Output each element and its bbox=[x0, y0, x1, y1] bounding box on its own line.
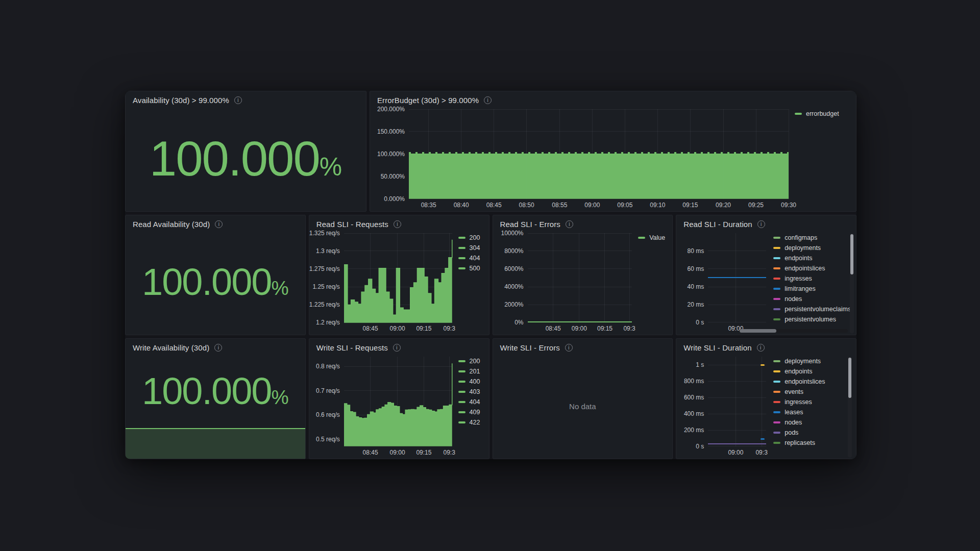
panel-read-errors: Read SLI - Errors 10000%8000%6000%4000%2… bbox=[493, 215, 673, 336]
legend-item[interactable]: 404 bbox=[458, 255, 482, 262]
write-duration-chart: 1 s800 ms600 ms400 ms200 ms0 s 09:0009:3… bbox=[676, 354, 856, 459]
legend-scrollbar-horizontal[interactable] bbox=[740, 329, 848, 333]
scrollbar-thumb[interactable] bbox=[848, 358, 851, 398]
panel-availability: Availability (30d) > 99.000% 100.000% bbox=[125, 91, 366, 212]
legend-item[interactable]: 200 bbox=[458, 358, 482, 365]
legend-item[interactable]: endpointslices bbox=[773, 265, 851, 272]
legend-item[interactable]: endpoints bbox=[773, 255, 851, 262]
legend-item[interactable]: Value bbox=[638, 234, 665, 241]
legend-item[interactable]: nodes bbox=[773, 419, 849, 426]
legend-item[interactable]: replicasets bbox=[773, 439, 849, 446]
x-tick-label: 08:45 bbox=[486, 202, 502, 209]
legend-item[interactable]: leases bbox=[773, 409, 849, 416]
scrollbar-thumb[interactable] bbox=[850, 234, 853, 274]
legend-item[interactable]: 304 bbox=[458, 244, 482, 252]
y-axis: 10000%8000%6000%4000%2000%0% bbox=[498, 233, 528, 333]
x-axis: 08:4509:0009:1509:3 bbox=[344, 446, 452, 457]
panel-title[interactable]: Write SLI - Duration bbox=[683, 343, 751, 352]
legend-item[interactable]: 403 bbox=[458, 388, 482, 395]
legend-item[interactable]: 500 bbox=[458, 265, 482, 272]
legend-item[interactable]: nodes bbox=[773, 295, 851, 303]
panel-title[interactable]: Write SLI - Errors bbox=[500, 343, 560, 352]
panel-title[interactable]: Read SLI - Duration bbox=[683, 220, 752, 229]
panel-header: Read SLI - Requests bbox=[309, 215, 489, 230]
y-axis: 200.000%150.000%100.000%50.000%0.000% bbox=[375, 109, 409, 209]
y-tick-label: 8000% bbox=[504, 247, 523, 255]
info-icon[interactable] bbox=[215, 220, 223, 228]
info-icon[interactable] bbox=[565, 344, 573, 352]
x-tick-label: 08:45 bbox=[546, 325, 561, 332]
legend-item[interactable]: endpointslices bbox=[773, 378, 849, 385]
info-icon[interactable] bbox=[566, 220, 573, 228]
legend-item[interactable]: configmaps bbox=[773, 234, 851, 241]
series-flat-line bbox=[708, 443, 766, 444]
x-tick-label: 09:00 bbox=[728, 449, 743, 456]
panel-title[interactable]: Write Availability (30d) bbox=[133, 343, 209, 352]
legend-scrollbar-vertical[interactable] bbox=[850, 233, 854, 334]
legend-item[interactable]: 400 bbox=[458, 378, 482, 385]
plot-area[interactable] bbox=[344, 357, 452, 446]
legend-marker bbox=[458, 421, 465, 423]
plot-area[interactable] bbox=[708, 357, 766, 446]
info-icon[interactable] bbox=[234, 96, 242, 104]
legend-item[interactable]: ingresses bbox=[773, 275, 851, 282]
legend-item[interactable]: deployments bbox=[773, 244, 851, 252]
legend-label: replicasets bbox=[785, 439, 815, 446]
legend-item[interactable]: errorbudget bbox=[795, 110, 849, 117]
legend-label: 422 bbox=[470, 419, 480, 426]
x-tick-label: 09:00 bbox=[390, 325, 405, 332]
legend-item[interactable]: pods bbox=[773, 429, 849, 436]
plot-area[interactable] bbox=[528, 233, 632, 323]
info-icon[interactable] bbox=[484, 96, 492, 104]
legend-item[interactable]: 422 bbox=[458, 419, 482, 426]
x-tick-label: 09:15 bbox=[682, 202, 698, 209]
panel-body: 0.8 req/s0.7 req/s0.6 req/s0.5 req/s 08:… bbox=[309, 354, 489, 459]
legend-item[interactable]: ingresses bbox=[773, 398, 849, 406]
legend-label: deployments bbox=[785, 244, 821, 252]
legend-item[interactable]: persistentvolumes bbox=[773, 316, 851, 323]
panel-title[interactable]: Read SLI - Errors bbox=[500, 220, 560, 229]
legend-marker bbox=[773, 370, 780, 372]
panel-header: Availability (30d) > 99.000% bbox=[126, 91, 366, 106]
plot-area[interactable] bbox=[344, 233, 452, 323]
legend-item[interactable]: deployments bbox=[773, 358, 849, 365]
series-flat-line bbox=[708, 277, 766, 278]
panel-title[interactable]: Write SLI - Requests bbox=[316, 343, 388, 352]
plot-column: 08:4509:0009:1509:3 bbox=[344, 357, 452, 457]
x-tick-label: 09:05 bbox=[617, 202, 632, 209]
legend-marker bbox=[773, 401, 780, 403]
legend-item[interactable]: 201 bbox=[458, 368, 482, 375]
legend-item[interactable]: persistentvolumeclaims bbox=[773, 306, 851, 313]
panel-title[interactable]: Read Availability (30d) bbox=[133, 220, 210, 229]
y-tick-label: 0.000% bbox=[384, 195, 405, 203]
legend-item[interactable]: 404 bbox=[458, 398, 482, 406]
x-axis: 09:0009:3 bbox=[708, 446, 766, 457]
legend-item[interactable]: limitranges bbox=[773, 285, 851, 292]
info-icon[interactable] bbox=[393, 344, 401, 352]
gridline-horizontal bbox=[708, 287, 766, 287]
info-icon[interactable] bbox=[214, 344, 222, 352]
plot-area[interactable] bbox=[708, 233, 766, 323]
x-tick-label: 08:55 bbox=[552, 202, 567, 209]
info-icon[interactable] bbox=[757, 220, 765, 228]
legend-item[interactable]: 409 bbox=[458, 409, 482, 416]
dashboard-row-2: Read Availability (30d) 100.000% Read SL… bbox=[125, 215, 856, 336]
legend-marker bbox=[773, 247, 780, 249]
legend-marker bbox=[773, 432, 780, 434]
legend-marker bbox=[773, 237, 780, 239]
gridline-horizontal bbox=[708, 365, 766, 365]
info-icon[interactable] bbox=[757, 344, 765, 352]
panel-title[interactable]: Availability (30d) > 99.000% bbox=[133, 96, 229, 105]
panel-title[interactable]: Read SLI - Requests bbox=[316, 220, 388, 229]
legend-item[interactable]: 200 bbox=[458, 234, 482, 241]
plot-area[interactable] bbox=[409, 109, 789, 199]
gridline-vertical bbox=[604, 233, 605, 323]
read-requests-chart: 1.325 req/s1.3 req/s1.275 req/s1.25 req/… bbox=[309, 230, 489, 335]
legend-item[interactable]: events bbox=[773, 388, 849, 395]
scrollbar-thumb[interactable] bbox=[740, 329, 776, 333]
info-icon[interactable] bbox=[394, 220, 401, 228]
panel-title[interactable]: ErrorBudget (30d) > 99.000% bbox=[377, 96, 479, 105]
legend-item[interactable]: endpoints bbox=[773, 368, 849, 375]
legend-scrollbar-vertical[interactable] bbox=[848, 357, 852, 458]
legend-marker bbox=[795, 113, 802, 115]
